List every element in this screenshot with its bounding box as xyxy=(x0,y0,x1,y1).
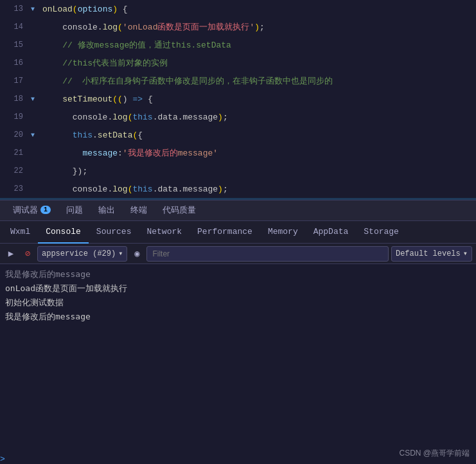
code-content: //this代表当前对象的实例 xyxy=(40,57,476,69)
code-lines: 13▼onLoad(options) {14 console.log('onLo… xyxy=(0,0,476,200)
code-content: }); xyxy=(40,166,476,176)
bottom-tab-问题[interactable]: 问题 xyxy=(58,201,91,221)
code-content: console.log('onLoad函数是页面一加载就执行'); xyxy=(40,21,476,33)
service-chevron: ▾ xyxy=(118,249,123,258)
token-plain: ) xyxy=(123,94,128,104)
token-str: 'onLoad xyxy=(123,22,158,32)
token-fn: setData xyxy=(98,130,133,140)
service-label: appservice (#29) xyxy=(42,249,116,258)
console-toolbar: ▶ ⊘ appservice (#29) ▾ ◉ Default levels … xyxy=(0,244,476,264)
console-output-area: 我是修改后的messageonLoad函数是页面一加载就执行初始化测试数据我是修… xyxy=(0,264,476,464)
filter-input[interactable] xyxy=(146,246,388,262)
block-button[interactable]: ⊘ xyxy=(21,247,35,261)
token-fn: onLoad xyxy=(42,4,73,14)
code-line: 18▼ setTimeout(() => { xyxy=(0,90,476,108)
token-str: ' xyxy=(123,148,128,158)
code-line: 22 }); xyxy=(0,162,476,180)
devtools-tab-performance[interactable]: Performance xyxy=(190,220,260,244)
devtools-tab-appdata[interactable]: AppData xyxy=(306,220,357,244)
token-paren: ) xyxy=(218,184,223,194)
bottom-tab-输出[interactable]: 输出 xyxy=(91,201,123,221)
play-button[interactable]: ▶ xyxy=(4,247,18,261)
line-number: 17 xyxy=(0,76,31,85)
collapse-arrow-down[interactable]: ▼ xyxy=(31,132,40,139)
devtools-tab-wxml[interactable]: Wxml xyxy=(3,220,38,244)
code-line: 13▼onLoad(options) { xyxy=(0,0,476,18)
console-line: 我是修改后的message xyxy=(5,268,471,281)
token-plain: }); xyxy=(73,166,87,176)
token-plain: console. xyxy=(62,22,102,32)
token-this-kw: this xyxy=(132,112,152,122)
bottom-tab-调试器[interactable]: 调试器1 xyxy=(5,201,58,221)
devtools-tab-storage[interactable]: Storage xyxy=(356,220,407,244)
token-str-cn: 函数是页面一加载就执行 xyxy=(157,22,249,32)
token-fn: log xyxy=(103,22,118,32)
token-param: options xyxy=(78,4,113,14)
console-line: 初始化测试数据 xyxy=(5,296,471,309)
code-editor: 13▼onLoad(options) {14 console.log('onLo… xyxy=(0,0,476,200)
token-plain: { xyxy=(118,4,128,14)
console-line: 我是修改后的message xyxy=(5,310,471,323)
line-number: 23 xyxy=(0,184,31,193)
token-plain: { xyxy=(148,94,153,104)
collapse-arrow-down[interactable]: ▼ xyxy=(31,96,40,103)
code-content: setTimeout(() => { xyxy=(40,94,476,104)
levels-chevron: ▾ xyxy=(463,249,468,258)
token-paren: ( xyxy=(118,94,123,104)
bottom-tabs-bar: 调试器1问题输出终端代码质量 xyxy=(0,200,476,220)
token-paren: ) xyxy=(218,112,223,122)
token-str: message' xyxy=(178,148,218,158)
code-content: console.log(this.data.message); xyxy=(40,112,476,122)
token-paren: ( xyxy=(118,22,123,32)
collapse-arrow-down[interactable]: ▼ xyxy=(31,6,40,13)
token-this-kw: this xyxy=(132,184,152,194)
code-content: // 修改message的值，通过this.setData xyxy=(40,39,476,51)
bottom-tab-代码质量[interactable]: 代码质量 xyxy=(155,201,204,221)
bottom-tab-终端[interactable]: 终端 xyxy=(123,201,155,221)
levels-label: Default levels xyxy=(396,249,461,258)
code-line: 15 // 修改message的值，通过this.setData xyxy=(0,36,476,54)
token-fn: log xyxy=(112,184,127,194)
token-paren: ( xyxy=(73,4,78,14)
token-plain: ; xyxy=(223,184,228,194)
line-number: 22 xyxy=(0,166,31,175)
code-line: 20▼ this.setData({ xyxy=(0,126,476,144)
token-comment: // 修改message的值，通过this.setData xyxy=(62,40,231,50)
token-paren: ( xyxy=(112,94,118,104)
line-number: 18 xyxy=(0,94,31,103)
devtools-tab-sources[interactable]: Sources xyxy=(89,220,139,244)
line-number: 14 xyxy=(0,22,31,31)
code-line: 19 console.log(this.data.message); xyxy=(0,108,476,126)
devtools-tab-console[interactable]: Console xyxy=(38,220,89,244)
line-number: 15 xyxy=(0,40,31,49)
service-selector[interactable]: appservice (#29) ▾ xyxy=(37,246,127,262)
eye-button[interactable]: ◉ xyxy=(130,247,144,261)
code-content: message:'我是修改后的message' xyxy=(40,147,476,159)
watermark: CSDN @燕哥学前端 xyxy=(399,448,470,459)
code-line: 24 }, 2000); xyxy=(0,198,476,200)
token-plain: { xyxy=(137,130,143,140)
code-line: 21 message:'我是修改后的message' xyxy=(0,144,476,162)
code-line: 14 console.log('onLoad函数是页面一加载就执行'); xyxy=(0,18,476,36)
token-plain: console. xyxy=(73,184,112,194)
devtools-tab-memory[interactable]: Memory xyxy=(260,220,306,244)
token-fn: setTimeout xyxy=(62,94,112,104)
line-number: 19 xyxy=(0,112,31,121)
token-str-cn: 我是修改后的 xyxy=(128,148,178,158)
token-param: message xyxy=(82,148,118,158)
token-comment: // 小程序在自身钩子函数中修改是同步的，在非钩子函数中也是同步的 xyxy=(62,76,333,86)
token-arrow: => xyxy=(128,94,148,104)
console-output: 我是修改后的messageonLoad函数是页面一加载就执行初始化测试数据我是修… xyxy=(0,264,476,453)
levels-selector[interactable]: Default levels ▾ xyxy=(391,246,472,262)
token-plain: ; xyxy=(260,22,265,32)
devtools-tab-network[interactable]: Network xyxy=(139,220,190,244)
token-plain: console. xyxy=(73,112,112,122)
code-line: 17 // 小程序在自身钩子函数中修改是同步的，在非钩子函数中也是同步的 xyxy=(0,72,476,90)
token-paren: ) xyxy=(112,4,118,14)
token-fn: log xyxy=(112,112,127,122)
console-line: onLoad函数是页面一加载就执行 xyxy=(5,282,471,295)
devtools-tabs: WxmlConsoleSourcesNetworkPerformanceMemo… xyxy=(0,220,476,244)
line-number: 21 xyxy=(0,148,31,157)
token-plain: .data.message xyxy=(153,112,218,122)
line-number: 20 xyxy=(0,130,31,139)
